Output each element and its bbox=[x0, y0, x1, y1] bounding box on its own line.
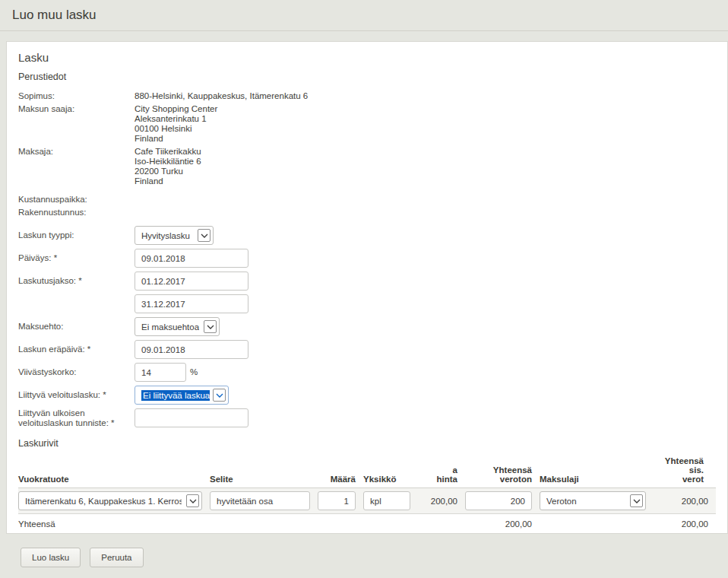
laskun-tyyppi-selected-value: Hyvityslasku bbox=[141, 231, 193, 240]
laskutusjakso-end-input[interactable] bbox=[135, 294, 248, 313]
address-line: City Shopping Center bbox=[135, 104, 217, 114]
page-title: Luo muu lasku bbox=[12, 8, 97, 23]
totals-label: Yhteensä bbox=[18, 514, 210, 529]
paivays-input[interactable] bbox=[135, 249, 248, 268]
viivastyskorko-input[interactable] bbox=[135, 363, 186, 382]
invoice-card: Lasku Perustiedot Sopimus: 880-Helsinki,… bbox=[6, 41, 728, 534]
a-hinta-value: 200,00 bbox=[418, 488, 465, 514]
totals-yhteensa-veroton: 200,00 bbox=[465, 514, 540, 529]
address-line: Finland bbox=[135, 134, 217, 144]
yhteensa-sis-verot-value: 200,00 bbox=[654, 488, 716, 514]
laskun-tyyppi-label: Laskun tyyppi: bbox=[18, 226, 135, 240]
field-row-rakennustunnus: Rakennustunnus: bbox=[18, 208, 716, 218]
address-line: Cafe Tiikerikakku bbox=[135, 147, 201, 157]
totals-row: Yhteensä 200,00 200,00 bbox=[18, 514, 716, 529]
col-header-yhteensa-sis-verot: Yhteensä sis. verot bbox=[654, 456, 716, 488]
field-row-laskun-tyyppi: Laskun tyyppi: Hyvityslasku bbox=[18, 226, 716, 245]
field-row-laskutusjakso: Laskutusjakso: * bbox=[18, 272, 716, 313]
col-header-vuokratuote: Vuokratuote bbox=[18, 456, 210, 488]
laskun-tyyppi-select[interactable]: Hyvityslasku bbox=[135, 226, 214, 245]
col-header-maara: Määrä bbox=[318, 456, 363, 488]
viivastyskorko-label: Viivästyskorko: bbox=[18, 363, 135, 377]
ulkoinen-tunniste-label: Liittyvän ulkoisen veloituslaskun tunnis… bbox=[18, 408, 135, 428]
field-row-laskun-erapaiva: Laskun eräpäivä: * bbox=[18, 340, 716, 359]
field-row-sopimus: Sopimus: 880-Helsinki, Kauppakeskus, Itä… bbox=[18, 91, 716, 101]
chevron-down-icon bbox=[204, 320, 217, 333]
subsection-title-perustiedot: Perustiedot bbox=[18, 71, 716, 82]
col-header-selite: Selite bbox=[210, 456, 318, 488]
laskutusjakso-inputs bbox=[135, 272, 248, 313]
col-header-maksulaji: Maksulaji bbox=[540, 456, 654, 488]
col-header-yksikko: Yksikkö bbox=[363, 456, 418, 488]
chevron-down-icon bbox=[630, 494, 643, 507]
liittyva-veloituslasku-select[interactable]: Ei liittyvää laskua bbox=[135, 386, 229, 405]
vuokratuote-select[interactable]: Itämerenkatu 6, Kauppakeskus 1. Kerros, … bbox=[18, 491, 202, 510]
cancel-button[interactable]: Peruuta bbox=[90, 548, 143, 567]
col-header-yhteensa-veroton: Yhteensä veroton bbox=[465, 456, 540, 488]
col-header-a-hinta: a hinta bbox=[418, 456, 465, 488]
liittyva-veloituslasku-selected-value: Ei liittyvää laskua bbox=[141, 390, 210, 401]
create-invoice-button[interactable]: Luo lasku bbox=[21, 548, 81, 567]
maksuehto-select[interactable]: Ei maksuehtoa bbox=[135, 317, 220, 336]
field-row-liittyva-veloituslasku: Liittyvä veloituslasku: * Ei liittyvää l… bbox=[18, 386, 716, 405]
yhteensa-veroton-input[interactable] bbox=[465, 491, 532, 510]
address-line: 00100 Helsinki bbox=[135, 124, 217, 134]
maksulaji-selected-value: Veroton bbox=[546, 497, 625, 506]
chevron-down-icon bbox=[198, 229, 210, 242]
field-row-maksun-saaja: Maksun saaja: City Shopping Center Aleks… bbox=[18, 104, 716, 144]
maksun-saaja-label: Maksun saaja: bbox=[18, 104, 135, 114]
paivays-label: Päiväys: * bbox=[18, 249, 135, 263]
maara-input[interactable] bbox=[318, 491, 356, 510]
field-row-ulkoinen-tunniste: Liittyvän ulkoisen veloituslaskun tunnis… bbox=[18, 408, 716, 428]
invoice-lines-table: Vuokratuote Selite Määrä Yksikkö a hinta… bbox=[18, 456, 716, 529]
maksuehto-label: Maksuehto: bbox=[18, 317, 135, 332]
maksuehto-selected-value: Ei maksuehtoa bbox=[141, 322, 199, 332]
maksaja-label: Maksaja: bbox=[18, 147, 135, 157]
yksikko-input[interactable] bbox=[363, 491, 410, 510]
totals-yhteensa-sis-verot: 200,00 bbox=[654, 514, 716, 529]
field-row-maksuehto: Maksuehto: Ei maksuehtoa bbox=[18, 317, 716, 336]
laskutusjakso-start-input[interactable] bbox=[135, 272, 248, 291]
vuokratuote-selected-value: Itämerenkatu 6, Kauppakeskus 1. Kerros, … bbox=[25, 497, 182, 506]
percent-suffix: % bbox=[190, 363, 198, 376]
rakennustunnus-label: Rakennustunnus: bbox=[18, 208, 135, 218]
address-line: 20200 Turku bbox=[135, 167, 201, 176]
chevron-down-icon bbox=[213, 389, 226, 402]
maksaja-value: Cafe Tiikerikakku Iso-Heikkiläntie 6 202… bbox=[135, 147, 201, 186]
chevron-down-icon bbox=[186, 494, 199, 507]
section-title-lasku: Lasku bbox=[18, 51, 716, 64]
field-row-paivays: Päiväys: * bbox=[18, 249, 716, 268]
field-row-maksaja: Maksaja: Cafe Tiikerikakku Iso-Heikkilän… bbox=[18, 147, 716, 186]
field-row-viivastyskorko: Viivästyskorko: % bbox=[18, 363, 716, 382]
laskutusjakso-label: Laskutusjakso: * bbox=[18, 272, 135, 286]
address-line: Finland bbox=[135, 176, 201, 186]
field-row-kustannuspaikka: Kustannuspaikka: bbox=[18, 195, 716, 205]
maksulaji-select[interactable]: Veroton bbox=[540, 491, 646, 510]
address-line: Aleksanterinkatu 1 bbox=[135, 114, 217, 124]
invoice-line-row: Itämerenkatu 6, Kauppakeskus 1. Kerros, … bbox=[18, 488, 716, 514]
sopimus-label: Sopimus: bbox=[18, 91, 135, 101]
ulkoinen-tunniste-input[interactable] bbox=[135, 408, 248, 427]
laskun-erapaiva-label: Laskun eräpäivä: * bbox=[18, 340, 135, 354]
selite-input[interactable] bbox=[210, 491, 310, 510]
table-header-row: Vuokratuote Selite Määrä Yksikkö a hinta… bbox=[18, 456, 716, 488]
maksun-saaja-value: City Shopping Center Aleksanterinkatu 1 … bbox=[135, 104, 217, 144]
footer-actions: Luo lasku Peruuta bbox=[0, 534, 728, 567]
laskun-erapaiva-input[interactable] bbox=[135, 340, 248, 359]
top-bar: Luo muu lasku bbox=[0, 0, 728, 31]
subsection-title-laskurivit: Laskurivit bbox=[18, 438, 716, 449]
sopimus-value: 880-Helsinki, Kauppakeskus, Itämerenkatu… bbox=[135, 91, 308, 101]
address-line: Iso-Heikkiläntie 6 bbox=[135, 157, 201, 167]
kustannuspaikka-label: Kustannuspaikka: bbox=[18, 195, 135, 205]
liittyva-veloituslasku-label: Liittyvä veloituslasku: * bbox=[18, 386, 135, 400]
